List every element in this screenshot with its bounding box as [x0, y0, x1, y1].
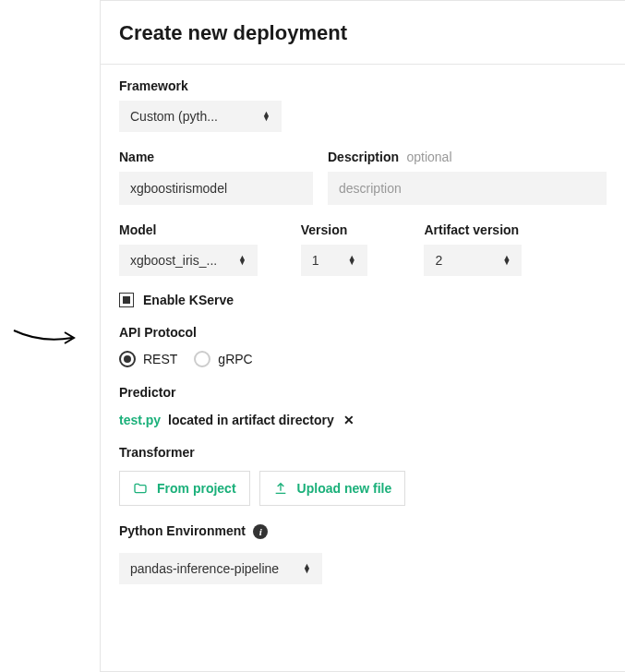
model-label: Model	[119, 222, 156, 237]
radio-checked-icon	[124, 355, 131, 363]
python-env-select[interactable]: pandas-inference-pipeline ▲▼	[119, 553, 322, 584]
name-label: Name	[119, 150, 154, 164]
description-label: Description	[328, 150, 399, 164]
upload-icon	[273, 481, 288, 496]
panel-header: Create new deployment	[101, 1, 625, 65]
framework-selected: Custom (pyth...	[130, 109, 218, 124]
artifact-version-label: Artifact version	[424, 222, 519, 237]
model-selected: xgboost_iris_...	[130, 253, 217, 268]
description-input[interactable]	[328, 172, 607, 205]
enable-kserve-label: Enable KServe	[143, 293, 234, 307]
radio-rest[interactable]: REST	[119, 351, 177, 367]
framework-select[interactable]: Custom (pyth... ▲▼	[119, 101, 282, 132]
annotation-arrow	[9, 325, 83, 353]
radio-grpc-label: gRPC	[218, 352, 252, 366]
artifact-version-select[interactable]: 2 ▲▼	[424, 245, 522, 276]
upload-label: Upload new file	[297, 481, 392, 496]
from-project-button[interactable]: From project	[119, 471, 250, 506]
python-env-selected: pandas-inference-pipeline	[130, 561, 279, 576]
sort-icon: ▲▼	[503, 256, 511, 265]
version-selected: 1	[312, 253, 319, 268]
radio-grpc[interactable]: gRPC	[194, 351, 252, 367]
version-label: Version	[301, 222, 348, 237]
version-select[interactable]: 1 ▲▼	[301, 245, 367, 276]
predictor-location: located in artifact directory	[168, 413, 334, 427]
info-icon[interactable]: i	[253, 524, 268, 539]
radio-rest-label: REST	[143, 352, 177, 366]
api-protocol-label: API Protocol	[119, 325, 197, 340]
description-optional: optional	[406, 150, 451, 164]
predictor-file[interactable]: test.py	[119, 413, 161, 427]
checkbox-checked-icon	[123, 296, 130, 304]
python-env-label: Python Environment	[119, 523, 246, 538]
from-project-label: From project	[157, 481, 236, 496]
sort-icon: ▲▼	[238, 256, 246, 265]
page-title: Create new deployment	[119, 21, 607, 45]
sort-icon: ▲▼	[348, 256, 356, 265]
upload-new-file-button[interactable]: Upload new file	[259, 471, 406, 506]
sort-icon: ▲▼	[303, 564, 311, 573]
framework-label: Framework	[119, 78, 188, 93]
model-select[interactable]: xgboost_iris_... ▲▼	[119, 245, 258, 276]
artifact-version-selected: 2	[435, 253, 442, 268]
transformer-label: Transformer	[119, 445, 195, 460]
sort-icon: ▲▼	[262, 112, 270, 121]
enable-kserve-checkbox[interactable]	[119, 293, 134, 307]
predictor-label: Predictor	[119, 385, 175, 400]
deployment-panel: Create new deployment Framework Custom (…	[100, 0, 625, 672]
folder-icon	[133, 481, 148, 496]
name-input[interactable]	[119, 172, 313, 205]
predictor-remove-icon[interactable]: ✕	[343, 413, 355, 427]
